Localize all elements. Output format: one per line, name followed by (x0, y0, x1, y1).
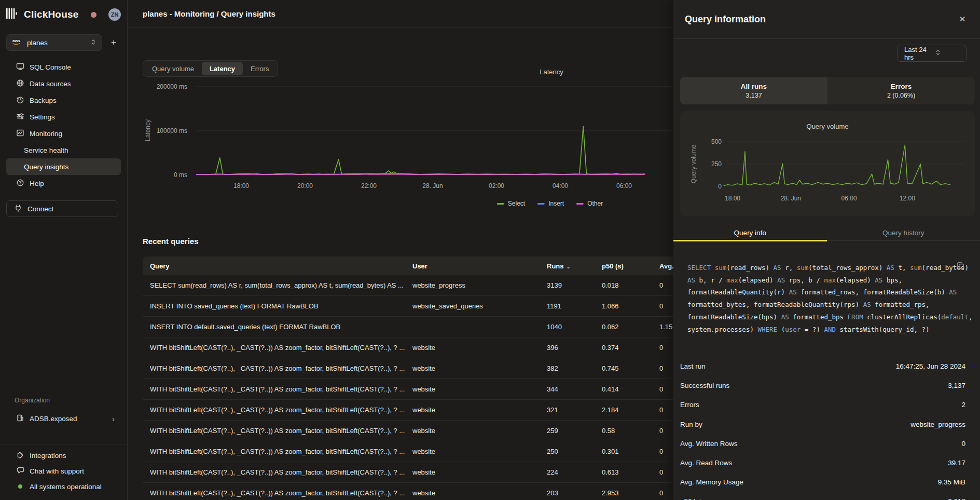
cell-p50: 0.613 (602, 468, 659, 476)
cell-query: WITH bitShiftLeft(CAST(?..), _CAST(?..))… (150, 385, 412, 393)
cell-user: website (412, 364, 547, 372)
column-header-runs[interactable]: Runs⌄ (547, 262, 602, 270)
stat-row: Avg. Written Rows 0 (680, 434, 965, 453)
cell-p50: 0.018 (602, 281, 659, 289)
errors-label: Errors (891, 83, 912, 90)
sliders-icon (16, 112, 24, 122)
svg-text:04:00: 04:00 (553, 182, 568, 190)
cell-query: WITH bitShiftLeft(CAST(?..), _CAST(?..))… (150, 448, 412, 455)
legend-label: Select (508, 200, 525, 207)
legend-item-other[interactable]: Other (576, 200, 603, 207)
data-sources-icon (16, 79, 24, 89)
stat-row: Avg. Memory Usage 9.35 MiB (680, 472, 965, 492)
cell-user: website (412, 427, 547, 435)
svg-text:06:00: 06:00 (616, 182, 632, 190)
page-title: planes - Monitoring / Query insights (143, 9, 275, 18)
svg-text:Latency: Latency (144, 119, 151, 141)
sidebar-item-chat-support[interactable]: Chat with support (6, 463, 121, 479)
sidebar-item-label: Monitoring (30, 130, 62, 138)
time-range-select[interactable]: Last 24 hrs (897, 45, 967, 62)
cell-p50: 0.301 (602, 448, 659, 455)
svg-text:aws: aws (12, 38, 21, 43)
sidebar-item-settings[interactable]: Settings (6, 109, 121, 125)
cell-query: WITH bitShiftLeft(CAST(?..), _CAST(?..))… (150, 406, 412, 414)
sort-chevron-icon: ⌄ (567, 264, 571, 269)
cell-runs: 344 (547, 385, 602, 393)
svg-text:22:00: 22:00 (361, 182, 377, 190)
panel-title: Query information (685, 14, 766, 25)
stat-value: 16:47:25, Jun 28 2024 (896, 362, 965, 370)
tab-query-history[interactable]: Query history (827, 225, 980, 240)
cell-query: SELECT sum(read_rows) AS r, sum(total_ro… (150, 281, 412, 289)
sidebar-item-service-health[interactable]: Service health (6, 142, 121, 158)
connect-label: Connect (27, 205, 53, 213)
legend-item-select[interactable]: Select (497, 200, 525, 207)
cell-user: website (412, 489, 547, 497)
cell-runs: 224 (547, 468, 602, 476)
sidebar-item-monitoring[interactable]: Monitoring (6, 125, 121, 142)
cell-user: website_saved_queries (412, 302, 547, 310)
cell-p50: 0.414 (602, 385, 659, 393)
help-icon (16, 179, 24, 188)
sidebar-item-data-sources[interactable]: Data sources (6, 75, 121, 92)
sidebar-item-sql-console[interactable]: SQL Console (6, 59, 121, 75)
cell-p50: 0.062 (602, 323, 659, 331)
cell-runs: 321 (547, 406, 602, 414)
close-icon[interactable]: ✕ (956, 13, 969, 25)
tab-query-info[interactable]: Query info (673, 225, 827, 240)
query-information-panel: Query information ✕ Last 24 hrs All runs… (673, 0, 980, 500)
organization-item[interactable]: ADSB.exposed › (6, 410, 121, 427)
chevron-up-down-icon (935, 49, 961, 57)
chart-legend: SelectInsertOther (497, 200, 603, 207)
stat-row: Errors 2 (680, 395, 965, 414)
runs-errors-tabs: All runs 3,137 Errors 2 (0.06%) (680, 77, 975, 104)
sidebar-item-backups[interactable]: Backups (6, 92, 121, 109)
stat-label: Run by (680, 421, 702, 428)
legend-swatch-icon (537, 203, 545, 205)
add-service-button[interactable]: + (106, 35, 121, 50)
svg-text:18:00: 18:00 (725, 195, 740, 202)
sidebar-nav: SQL Console Data sources Backups Setting… (6, 59, 121, 192)
stat-row: Last run 16:47:25, Jun 28 2024 (680, 357, 965, 376)
sidebar-item-help[interactable]: Help (6, 175, 121, 192)
status-green-dot-icon (18, 484, 22, 489)
sidebar-item-label: Query insights (24, 163, 68, 171)
monitoring-chart-icon (16, 129, 24, 139)
cell-runs: 250 (547, 448, 602, 455)
svg-text:0: 0 (718, 183, 722, 190)
sidebar-item-integrations[interactable]: Integrations (6, 448, 121, 463)
recent-queries-title: Recent queries (143, 237, 199, 246)
tab-errors[interactable]: Errors 2 (0.06%) (827, 77, 975, 104)
tab-all-runs[interactable]: All runs 3,137 (680, 77, 827, 104)
connect-button[interactable]: Connect (6, 200, 118, 217)
copy-icon[interactable] (957, 262, 964, 272)
stat-row: p50 latency 0.018 (680, 492, 965, 500)
stat-label: Avg. Memory Usage (680, 478, 743, 486)
cell-query: WITH bitShiftLeft(CAST(?..), _CAST(?..))… (150, 489, 412, 497)
cell-p50: 2.184 (602, 406, 659, 414)
clickhouse-logo-icon (6, 8, 20, 21)
brand-row: ClickHouse ZN (6, 7, 121, 22)
stat-value: 0.018 (948, 497, 965, 500)
sidebar-item-system-status[interactable]: All systems operational (6, 479, 121, 494)
avatar[interactable]: ZN (108, 8, 121, 21)
stat-label: Avg. Read Rows (680, 459, 732, 467)
cell-runs: 1040 (547, 323, 602, 331)
cell-runs: 203 (547, 489, 602, 497)
sql-code-block[interactable]: SELECT sum(read_rows) AS r, sum(total_ro… (687, 262, 959, 335)
sidebar-item-label: Backups (30, 97, 57, 104)
brand-name: ClickHouse (24, 9, 78, 20)
stat-value: 0 (961, 440, 965, 448)
cell-query: INSERT INTO saved_queries (text) FORMAT … (150, 302, 412, 310)
cell-query: WITH bitShiftLeft(CAST(?..), _CAST(?..))… (150, 344, 412, 352)
cell-user: website (412, 344, 547, 352)
stat-value: website_progress (910, 421, 965, 428)
sidebar-item-label: Service health (24, 146, 68, 154)
status-label: All systems operational (30, 483, 102, 491)
workspace-select[interactable]: aws planes (6, 34, 102, 51)
stat-row: Successful runs 3,137 (680, 376, 965, 395)
sidebar-item-query-insights[interactable]: Query insights (6, 158, 121, 175)
legend-label: Other (587, 200, 603, 207)
legend-item-insert[interactable]: Insert (537, 200, 564, 207)
query-volume-card: 025050018:0028. Jun06:0012:00Query volum… (680, 111, 975, 216)
